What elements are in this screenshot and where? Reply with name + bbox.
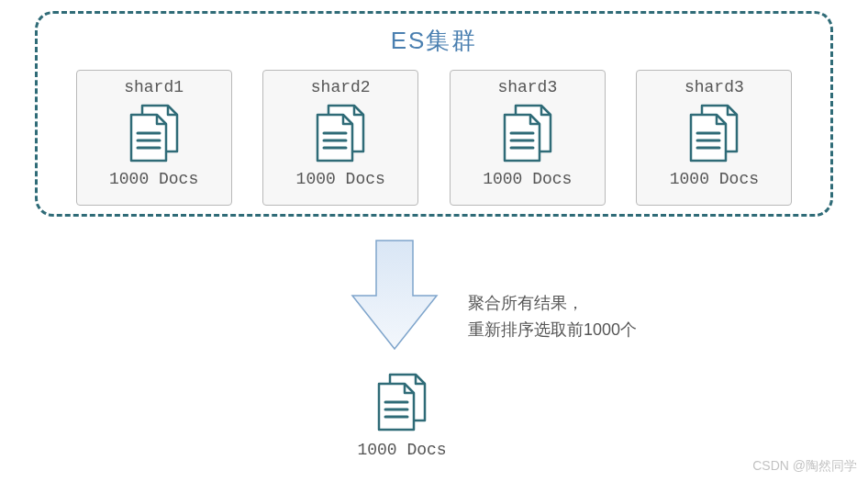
documents-icon: [122, 102, 186, 164]
documents-icon: [682, 102, 746, 164]
shard-box: shard3 1000 Docs: [450, 70, 606, 206]
shard-box: shard3 1000 Docs: [636, 70, 792, 206]
shard-box: shard1 1000 Docs: [76, 70, 232, 206]
shard-label: shard1: [124, 78, 184, 96]
shard-label: shard3: [684, 78, 744, 96]
down-arrow-icon: [349, 237, 440, 353]
watermark: CSDN @陶然同学: [752, 458, 857, 475]
shards-row: shard1 1000 Docs shard2: [38, 70, 830, 206]
documents-icon: [495, 102, 560, 164]
shard-box: shard2 1000 Docs: [262, 70, 418, 206]
es-cluster-container: ES集群 shard1 1000 Docs shard2: [35, 11, 833, 217]
shard-label: shard2: [311, 78, 371, 96]
shard-label: shard3: [497, 78, 557, 96]
cluster-title: ES集群: [38, 25, 830, 57]
shard-doc-count: 1000 Docs: [670, 170, 759, 188]
result-doc-count: 1000 Docs: [357, 441, 446, 459]
aggregation-annotation: 聚合所有结果， 重新排序选取前1000个: [468, 290, 637, 343]
documents-icon: [308, 102, 373, 164]
shard-doc-count: 1000 Docs: [296, 170, 385, 188]
annotation-line2: 重新排序选取前1000个: [468, 317, 637, 343]
shard-doc-count: 1000 Docs: [483, 170, 572, 188]
shard-doc-count: 1000 Docs: [109, 170, 198, 188]
result-container: 1000 Docs: [347, 371, 457, 459]
annotation-line1: 聚合所有结果，: [468, 290, 637, 317]
documents-icon: [370, 371, 434, 433]
